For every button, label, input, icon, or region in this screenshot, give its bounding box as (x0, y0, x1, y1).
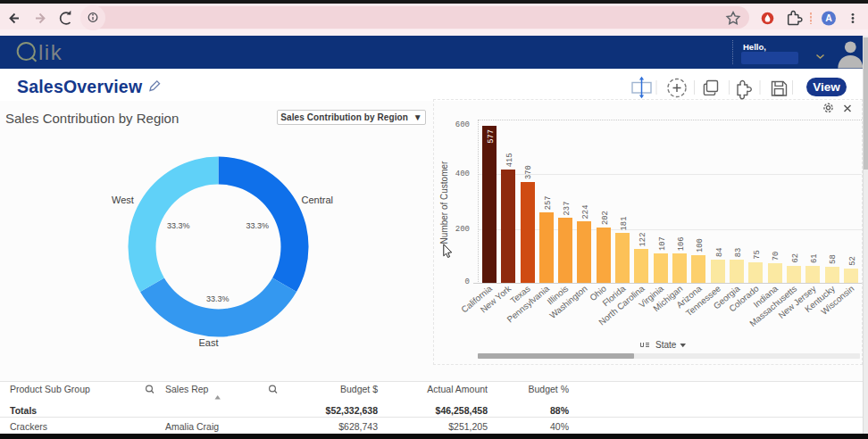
svg-text:A: A (825, 12, 832, 23)
